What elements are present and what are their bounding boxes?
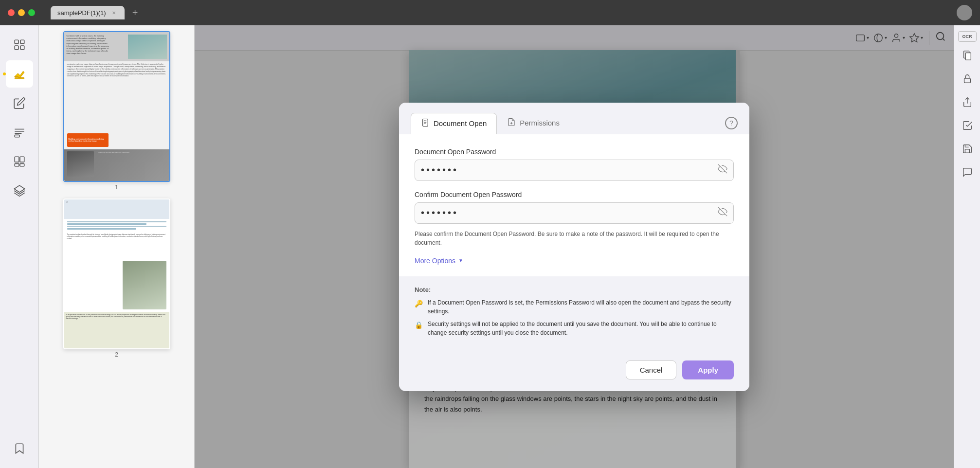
share-button[interactable]: [958, 92, 977, 112]
thumb-page-2[interactable]: 2 The practical results show that throug…: [63, 198, 170, 358]
tab-permissions[interactable]: Permissions: [497, 112, 570, 134]
validate-button[interactable]: [958, 116, 977, 135]
sidebar: [0, 25, 39, 468]
note2-text: Security settings will not be applied to…: [428, 320, 734, 337]
tab-document-open-label: Document Open: [434, 119, 487, 127]
tab-bar: samplePDF(1)(1) ✕ +: [51, 6, 953, 19]
modal-body: Document Open Password ••••••• Confir: [399, 134, 749, 276]
hint-text: Please confirm the Document Open Passwor…: [415, 230, 734, 247]
svg-rect-3: [20, 46, 24, 50]
active-tab[interactable]: samplePDF(1)(1) ✕: [51, 6, 125, 19]
maximize-button[interactable]: [28, 9, 35, 16]
confirm-password-dots: •••••••: [421, 207, 718, 218]
note1-text: If a Document Open Password is set, the …: [428, 298, 734, 316]
ocr-button[interactable]: OCR: [958, 31, 977, 42]
password-label: Document Open Password: [415, 148, 734, 156]
tab-document-open[interactable]: Document Open: [411, 113, 497, 134]
page-1-number: 1: [115, 184, 118, 191]
note-item-2: 🔒 Security settings will not be applied …: [415, 320, 734, 337]
svg-rect-10: [20, 157, 24, 162]
save-button[interactable]: [958, 139, 977, 159]
note-item-1: 🔑 If a Document Open Password is set, th…: [415, 298, 734, 316]
modal-tab-bar: Document Open Permissions: [399, 103, 749, 134]
password-input[interactable]: •••••••: [415, 160, 734, 181]
svg-rect-1: [20, 40, 24, 44]
tab-title: samplePDF(1)(1): [57, 9, 106, 17]
chat-button[interactable]: [958, 162, 977, 182]
chevron-down-icon: ▼: [458, 258, 463, 263]
modal-note-section: Note: 🔑 If a Document Open Password is s…: [399, 276, 749, 353]
permissions-icon: [507, 118, 516, 128]
lock-icon: 🔒: [415, 320, 423, 330]
new-tab-button[interactable]: +: [128, 6, 142, 19]
sidebar-item-layers[interactable]: [6, 177, 33, 204]
thumb-2-image[interactable]: 2 The practical results show that throug…: [63, 198, 170, 349]
tab-close-button[interactable]: ✕: [110, 9, 118, 17]
svg-rect-11: [15, 163, 19, 166]
note-label: Note:: [415, 286, 734, 293]
doc-open-icon: [421, 118, 430, 129]
thumbnail-panel: Combined with practical cases, the build…: [39, 25, 195, 468]
sidebar-item-edit[interactable]: [6, 90, 33, 117]
more-options-label: More Options: [415, 257, 455, 265]
svg-rect-26: [964, 78, 970, 83]
avatar[interactable]: [957, 5, 972, 20]
modal-overlay: Document Open Permissions: [195, 25, 954, 468]
minimize-button[interactable]: [18, 9, 25, 16]
svg-rect-25: [965, 53, 971, 60]
key-icon: 🔑: [415, 299, 423, 309]
app-body: Combined with practical cases, the build…: [0, 25, 980, 468]
sidebar-item-bookmark[interactable]: [6, 435, 33, 462]
confirm-label: Confirm Document Open Password: [415, 191, 734, 198]
active-indicator: [3, 72, 6, 75]
page-2-number: 2: [115, 351, 118, 358]
svg-rect-9: [15, 157, 19, 162]
security-button[interactable]: [958, 69, 977, 89]
right-toolbar: OCR: [954, 25, 980, 468]
svg-point-19: [424, 120, 425, 121]
main-content: ▾ ▾ ▾: [195, 25, 954, 468]
svg-marker-13: [14, 185, 25, 192]
cancel-button[interactable]: Cancel: [626, 360, 677, 379]
svg-rect-8: [15, 135, 19, 137]
sidebar-item-highlight[interactable]: [6, 60, 33, 88]
svg-rect-18: [423, 119, 428, 126]
tab-permissions-label: Permissions: [520, 119, 560, 127]
apply-button[interactable]: Apply: [682, 360, 734, 379]
svg-rect-2: [15, 46, 18, 50]
svg-rect-0: [15, 40, 18, 44]
modal-footer: Cancel Apply: [399, 353, 749, 391]
sidebar-item-thumbnails[interactable]: [6, 31, 33, 58]
traffic-lights: [8, 9, 35, 16]
more-options-button[interactable]: More Options ▼: [415, 257, 734, 265]
security-modal: Document Open Permissions: [399, 103, 749, 391]
password-dots: •••••••: [421, 164, 718, 176]
confirm-password-input[interactable]: •••••••: [415, 202, 734, 224]
close-button[interactable]: [8, 9, 15, 16]
svg-rect-12: [20, 163, 24, 166]
toggle-confirm-visibility[interactable]: [718, 207, 727, 219]
thumb-page-1[interactable]: Combined with practical cases, the build…: [63, 31, 170, 191]
extract-page-button[interactable]: [958, 46, 977, 65]
thumb-1-image[interactable]: Combined with practical cases, the build…: [63, 31, 170, 182]
sidebar-item-forms[interactable]: [6, 119, 33, 146]
titlebar: samplePDF(1)(1) ✕ +: [0, 0, 980, 25]
svg-rect-4: [15, 78, 24, 79]
sidebar-item-organize[interactable]: [6, 148, 33, 175]
help-button[interactable]: ?: [725, 117, 738, 129]
toggle-password-visibility[interactable]: [718, 164, 727, 176]
